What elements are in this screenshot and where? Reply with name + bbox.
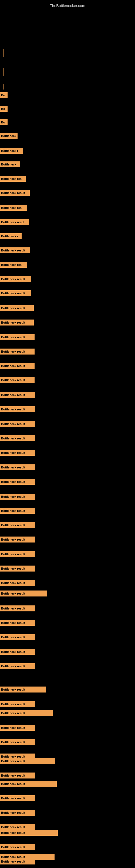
bottleneck-result-bar: Bottleneck result [0,859,35,865]
bottleneck-result-bar: Bottleneck result [0,810,35,816]
bottleneck-result-bar: Bottleneck result [0,844,35,850]
bottleneck-result-bar: Bottleneck result [0,522,35,528]
bottleneck-result-bar: Bottleneck res [0,262,27,268]
vertical-indicator [3,49,3,57]
bottleneck-result-bar: Bo [0,106,8,112]
bottleneck-result-bar: Bottleneck result [0,551,35,557]
bottleneck-result-bar: Bottleneck result [0,781,57,787]
bottleneck-result-bar: Bottleneck r [0,233,21,239]
bottleneck-result-bar: Bottleneck result [0,649,35,655]
bottleneck-result-bar: Bottleneck [0,133,17,139]
bottleneck-result-bar: Bottleneck result [0,319,34,326]
bottleneck-result-bar: Bottleneck result [0,580,35,586]
bottleneck-result-bar: Bottleneck result [0,290,31,296]
bottleneck-result-bar: Bo [0,119,8,125]
vertical-indicator [3,84,3,90]
bottleneck-result-bar: Bottleneck result [0,830,58,836]
bottleneck-result-bar: Bottleneck result [0,710,53,716]
bottleneck-result-bar: Bottleneck result [0,406,35,412]
bottleneck-result-bar: Bottleneck result [0,758,55,764]
bottleneck-result-bar: Bottleneck result [0,247,30,253]
bottleneck-result-bar: Bottleneck result [0,334,35,340]
bottleneck-result-bar: Bottleneck res [0,176,26,182]
bottleneck-result-bar: Bottleneck result [0,450,35,456]
bottleneck-result-bar: Bottleneck result [0,479,35,485]
bottleneck-result-bar: Bottleneck result [0,348,35,354]
bottleneck-result-bar: Bottleneck result [0,565,35,571]
bottleneck-result-bar: Bo [0,92,8,98]
bottleneck-result-bar: Bottleneck result [0,421,35,427]
bottleneck-result-bar: Bottleneck result [0,536,35,542]
bottleneck-result-bar: Bottleneck result [0,620,35,626]
bottleneck-result-bar: Bottleneck result [0,305,34,311]
bottleneck-result-bar: Bottleneck result [0,435,35,441]
bottleneck-result-bar: Bottleneck result [0,590,47,596]
bottleneck-result-bar: Bottleneck result [0,606,35,611]
bottleneck-result-bar: Bottleneck result [0,494,35,500]
bottleneck-result-bar: Bottleneck resul [0,219,29,225]
bottleneck-result-bar: Bottleneck result [0,190,30,196]
bottleneck-result-bar: Bottleneck result [0,739,35,745]
bottleneck-result-bar: Bottleneck result [0,276,31,282]
bottleneck-result-bar: Bottleneck result [0,377,35,383]
bottleneck-result-bar: Bottleneck result [0,701,35,707]
bottleneck-result-bar: Bottleneck result [0,363,35,369]
site-title: TheBottlenecker.com [50,1,85,8]
bottleneck-result-bar: Bottleneck result [0,824,35,830]
bottleneck-result-bar: Bottleneck r [0,148,23,154]
bottleneck-result-bar: Bottleneck result [0,795,35,801]
bottleneck-result-bar: Bottleneck [0,161,20,167]
bottleneck-result-bar: Bottleneck result [0,392,35,398]
vertical-indicator [3,68,3,76]
bottleneck-result-bar: Bottleneck result [0,773,35,778]
bottleneck-result-bar: Bottleneck result [0,464,35,470]
bottleneck-result-bar: Bottleneck result [0,725,35,731]
bottleneck-result-bar: Bottleneck result [0,508,35,514]
bottleneck-result-bar: Bottleneck result [0,686,46,692]
bottleneck-result-bar: Bottleneck res [0,205,27,211]
bottleneck-result-bar: Bottleneck result [0,634,35,640]
bottleneck-result-bar: Bottleneck result [0,663,35,669]
